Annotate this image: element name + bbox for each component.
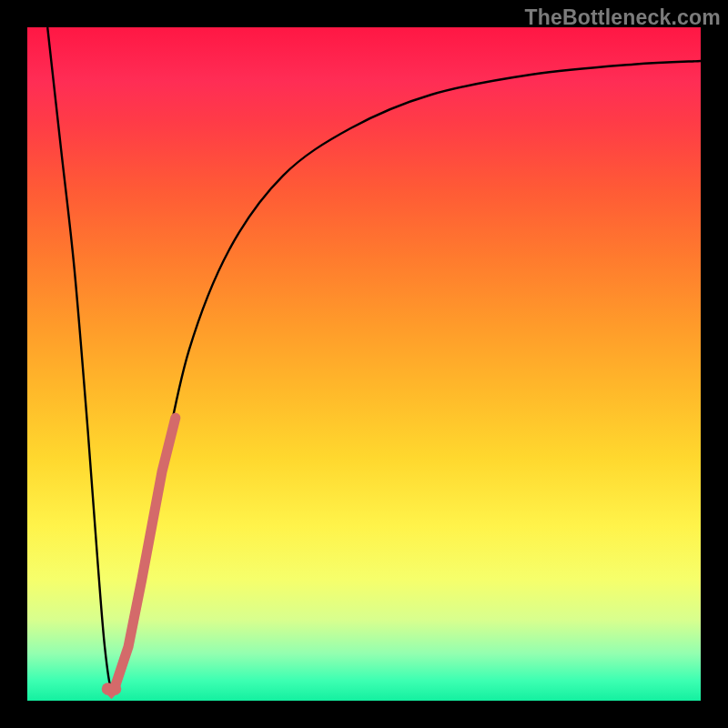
series-layer <box>47 27 701 699</box>
svg-point-1 <box>109 682 122 695</box>
chart-svg <box>27 27 701 701</box>
highlight-segment <box>115 418 176 687</box>
highlight-dot <box>102 682 122 699</box>
bottleneck-curve <box>47 27 701 693</box>
chart-frame: TheBottleneck.com <box>0 0 728 728</box>
watermark-text: TheBottleneck.com <box>524 5 721 30</box>
